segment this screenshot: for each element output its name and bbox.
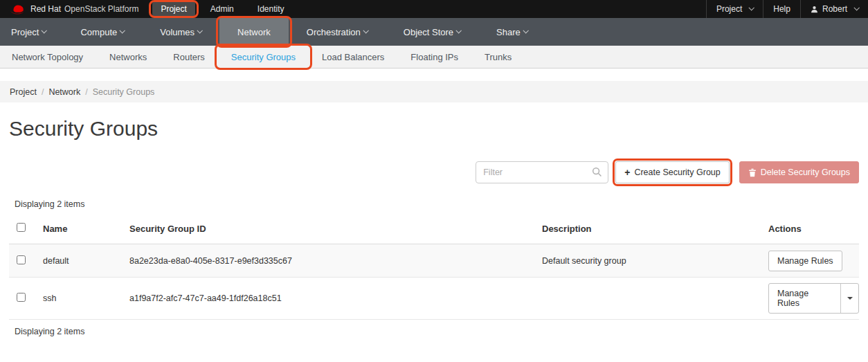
row-checkbox-default[interactable] [17,255,26,264]
table-row: ssh a1f9a7f2-afc7-47c7-aa49-1fdf26a18c51… [9,278,859,320]
table-row: default 8a2e23da-e8a0-405e-8317-e9ef3d33… [9,244,859,278]
items-count-top: Displaying 2 items [9,199,859,209]
subnav-routers[interactable]: Routers [160,46,218,68]
subnav-networks-label: Networks [109,52,147,62]
chevron-down-icon [853,5,859,10]
nav-share-label: Share [496,27,521,37]
subnav-security-groups-label: Security Groups [231,52,296,62]
select-all-checkbox[interactable] [17,223,26,232]
subnav-security-groups[interactable]: Security Groups [218,46,309,68]
brand-link[interactable]: Red Hat OpenStack Platform [0,0,145,18]
cell-name: default [43,244,129,278]
main-content: Security Groups + Create Security Group [0,114,868,336]
user-name-label: Robert [822,4,847,14]
subnav-trunks-label: Trunks [485,52,512,62]
subnav-network-topology[interactable]: Network Topology [0,46,96,68]
subnav-floating-ips-label: Floating IPs [410,52,458,62]
breadcrumb-project[interactable]: Project [10,87,37,97]
subnav-trunks[interactable]: Trunks [471,46,525,68]
create-security-group-label: Create Security Group [634,168,720,177]
cell-id: a1f9a7f2-afc7-47c7-aa49-1fdf26a18c51 [129,278,542,320]
chevron-down-icon [120,28,125,33]
openstack-dashboard: Red Hat OpenStack Platform Project Admin… [0,0,868,362]
top-tab-admin-label: Admin [210,4,234,14]
chevron-down-icon [523,28,528,33]
top-tab-identity[interactable]: Identity [249,2,293,16]
search-icon [592,167,602,180]
help-link[interactable]: Help [763,0,800,18]
redhat-logo-icon [9,4,26,15]
network-subnav: Network Topology Networks Routers Securi… [0,46,868,69]
filter-input[interactable] [476,161,608,183]
caret-down-icon [847,297,853,300]
delete-security-groups-label: Delete Security Groups [761,168,850,177]
primary-navbar: Project Compute Volumes Network Orchestr… [0,18,868,46]
chevron-down-icon [363,28,368,33]
plus-icon: + [624,167,630,178]
project-switcher-label: Project [716,4,742,14]
column-header-name: Name [43,215,129,244]
chevron-down-icon [749,5,754,10]
manage-rules-button-default[interactable]: Manage Rules [768,251,842,271]
cell-id: 8a2e23da-e8a0-405e-8317-e9ef3d335c67 [129,244,542,278]
top-tab-project[interactable]: Project [152,2,195,16]
nav-project-label: Project [11,27,39,37]
top-tab-identity-label: Identity [257,4,284,14]
manage-rules-label: Manage Rules [769,251,842,271]
column-header-id: Security Group ID [129,215,542,244]
subnav-networks[interactable]: Networks [96,46,160,68]
manage-rules-button-ssh[interactable]: Manage Rules [769,284,840,313]
cell-description [542,278,768,320]
subnav-network-topology-label: Network Topology [12,52,83,62]
breadcrumb-separator: / [85,87,87,97]
nav-volumes[interactable]: Volumes [142,18,219,46]
create-security-group-button[interactable]: + Create Security Group [615,161,730,183]
delete-security-groups-button[interactable]: Delete Security Groups [739,161,859,183]
table-header-row: Name Security Group ID Description Actio… [9,215,859,244]
nav-object-store[interactable]: Object Store [386,18,478,46]
spacer [0,69,868,81]
cell-name: ssh [43,278,129,320]
brand-bold: Red Hat [30,4,61,14]
brand-rest: OpenStack Platform [64,4,138,14]
subnav-floating-ips[interactable]: Floating IPs [397,46,471,68]
subnav-load-balancers[interactable]: Load Balancers [309,46,397,68]
masthead-tabs: Project Admin Identity [152,0,292,18]
nav-compute[interactable]: Compute [62,18,142,46]
nav-object-store-label: Object Store [404,27,453,37]
column-header-description: Description [542,215,768,244]
nav-compute-label: Compute [80,27,117,37]
column-header-actions: Actions [768,215,859,244]
project-switcher-dropdown[interactable]: Project [706,0,763,18]
row-actions-dropdown-toggle[interactable] [840,284,858,313]
subnav-routers-label: Routers [173,52,205,62]
filter-wrap [476,161,608,183]
manage-rules-split-button-ssh: Manage Rules [768,283,859,314]
nav-orchestration[interactable]: Orchestration [289,18,386,46]
nav-orchestration-label: Orchestration [307,27,361,37]
trash-icon [748,168,757,177]
breadcrumb-current: Security Groups [93,87,155,97]
top-tab-admin[interactable]: Admin [202,2,242,16]
breadcrumb: Project / Network / Security Groups [0,81,868,102]
cell-description: Default security group [542,244,768,278]
masthead-right: Project Help Robert [706,0,868,18]
nav-network-label: Network [237,27,271,37]
chevron-down-icon [456,28,462,33]
breadcrumb-separator: / [42,87,44,97]
nav-network[interactable]: Network [219,18,289,46]
items-count-bottom: Displaying 2 items [9,327,859,336]
nav-project[interactable]: Project [0,18,62,46]
page-title: Security Groups [9,114,859,144]
top-tab-project-label: Project [161,4,186,14]
nav-volumes-label: Volumes [160,27,195,37]
breadcrumb-network[interactable]: Network [48,87,80,97]
help-label: Help [773,4,790,14]
row-checkbox-ssh[interactable] [17,293,26,302]
subnav-load-balancers-label: Load Balancers [322,52,384,62]
security-groups-table: Name Security Group ID Description Actio… [9,215,859,320]
nav-share[interactable]: Share [478,18,545,46]
chevron-down-icon [197,28,203,33]
user-icon [811,6,818,13]
user-menu-dropdown[interactable]: Robert [800,0,868,18]
